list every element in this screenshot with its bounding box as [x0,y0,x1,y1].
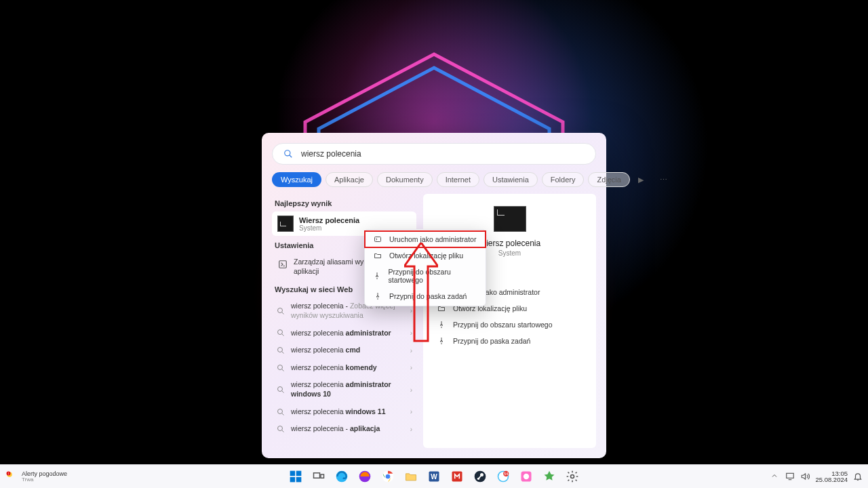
taskbar-center: W 54 [287,465,581,488]
filter-chip-wyszukaj[interactable]: Wyszukaj [272,172,321,187]
filter-chip-foldery[interactable]: Foldery [542,172,585,187]
taskbar-firefox[interactable] [356,468,374,485]
ctx-pin-start[interactable]: Przypnij do obszaru startowego [365,264,486,288]
web-result-4[interactable]: wiersz polecenia administrator windows 1… [272,376,416,403]
web-result-1[interactable]: wiersz polecenia administrator › [272,325,416,342]
search-icon [276,408,285,416]
web-item-highlight: aplikacja [350,424,380,432]
web-result-5[interactable]: wiersz polecenia windows 11 › [272,403,416,421]
taskbar-chrome[interactable] [379,468,397,485]
svg-rect-28 [296,477,302,483]
svg-line-18 [282,430,284,432]
shield-icon [373,235,382,243]
filter-chip-aplikacje[interactable]: Aplikacje [326,172,373,187]
svg-rect-20 [375,237,381,242]
taskbar-steam[interactable] [471,468,489,485]
taskbar: ! Alerty pogodowe Trwa W 54 [0,464,868,488]
ctx-item-label: Przypnij do obszaru startowego [389,268,477,284]
ctx-item-label: Otwórz lokalizację pliku [389,251,463,260]
taskbar-taskview[interactable] [310,468,328,485]
svg-line-14 [282,391,284,393]
web-item-highlight: komendy [346,363,377,371]
web-item-highlight: windows 11 [346,407,386,415]
taskbar-explorer[interactable] [402,468,420,485]
ctx-item-label: Uruchom jako administrator [389,235,476,243]
web-item-highlight: cmd [346,346,361,354]
svg-line-6 [282,312,284,314]
svg-point-2 [285,150,290,156]
folder-icon [373,251,382,260]
web-item-text: wiersz polecenia [291,346,346,354]
search-input[interactable] [300,148,585,159]
filter-chip-dokumenty[interactable]: Dokumenty [377,172,433,187]
chevron-right-icon: › [410,426,412,433]
taskbar-app-3[interactable] [540,468,558,485]
cmd-prompt-icon [494,206,526,232]
svg-text:54: 54 [504,472,509,476]
preview-action-pin-start[interactable]: Przypnij do obszaru startowego [423,317,596,333]
web-result-6[interactable]: wiersz polecenia - aplikacja › [272,420,416,438]
tray-notifications-icon[interactable] [853,472,863,481]
svg-point-34 [386,474,391,479]
svg-point-11 [278,365,283,369]
svg-point-47 [571,475,574,479]
ctx-run-as-admin[interactable]: Uruchom jako administrator [365,231,486,247]
preview-action-label: Przypnij do paska zadań [453,337,530,345]
weather-alert-icon: ! [5,470,18,483]
svg-point-46 [524,474,529,479]
start-button[interactable] [287,468,304,485]
web-result-2[interactable]: wiersz polecenia cmd › [272,342,416,359]
filters-more-dots-icon[interactable]: ⋯ [656,173,671,187]
search-icon [276,425,285,433]
svg-rect-30 [321,474,324,478]
cmd-prompt-icon [277,216,294,232]
pin-icon [437,321,446,329]
tray-chevron-up-icon[interactable] [770,472,780,481]
filter-chip-ustawienia[interactable]: Ustawienia [484,172,538,187]
search-icon [276,346,285,354]
web-item-text: wiersz polecenia [291,329,346,337]
tray-monitor-icon[interactable] [785,472,795,481]
taskbar-weather-widget[interactable]: ! Alerty pogodowe Trwa [5,465,67,488]
svg-rect-29 [314,473,320,479]
taskbar-edge[interactable] [333,468,351,485]
ctx-open-location[interactable]: Otwórz lokalizację pliku [365,247,486,264]
filter-pills: Wyszukaj Aplikacje Dokumenty Internet Us… [272,170,596,189]
ctx-pin-taskbar[interactable]: Przypnij do paska zadań [365,288,486,304]
svg-point-5 [278,308,283,312]
desktop: Wyszukaj Aplikacje Dokumenty Internet Us… [0,0,868,488]
web-item-text: wiersz polecenia [291,407,346,415]
chevron-right-icon: › [410,347,412,354]
filter-chip-internet[interactable]: Internet [437,172,479,187]
tray-volume-icon[interactable] [800,472,810,481]
taskbar-app-1[interactable]: 54 [494,468,512,485]
weather-subtitle: Trwa [22,477,67,483]
svg-rect-26 [296,471,302,476]
web-result-3[interactable]: wiersz polecenia komendy › [272,359,416,377]
section-best-match-header: Najlepszy wynik [275,199,423,207]
pin-icon [373,292,382,300]
svg-line-3 [290,155,292,158]
search-icon [283,149,293,159]
svg-line-16 [282,413,284,415]
chevron-right-icon: › [410,329,412,337]
tray-clock[interactable]: 13:05 25.08.2024 [815,470,848,483]
taskbar-settings[interactable] [564,468,581,485]
best-match-title: Wiersz polecenia [299,216,359,224]
preview-action-pin-taskbar[interactable]: Przypnij do paska zadań [423,333,596,349]
filters-more-arrow-icon[interactable]: ▶ [634,173,648,187]
web-item-text: wiersz polecenia [291,380,346,388]
chevron-right-icon: › [410,408,412,415]
search-box[interactable] [272,143,596,165]
svg-text:W: W [431,473,437,481]
pin-icon [437,337,446,345]
search-icon [276,329,285,337]
taskbar-app-2[interactable] [517,468,535,485]
svg-point-17 [278,426,283,431]
chevron-right-icon: › [410,307,412,314]
web-item-highlight: administrator [346,329,391,337]
taskbar-word[interactable]: W [425,468,443,485]
svg-rect-27 [290,477,296,483]
taskbar-pdf[interactable] [448,468,466,485]
filter-chip-zdjecia[interactable]: Zdjęcia [588,172,629,187]
